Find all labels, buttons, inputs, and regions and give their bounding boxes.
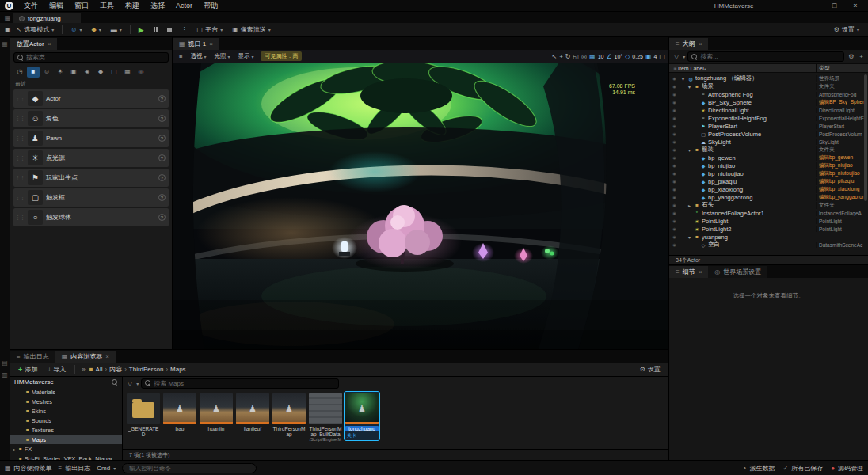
expander-icon[interactable]: ▾	[687, 84, 692, 89]
visibility-eye-icon[interactable]: ◉	[672, 84, 677, 89]
visibility-eye-icon[interactable]: ◉	[672, 116, 677, 120]
outliner-row[interactable]: ◉◆bp_niujiao编辑bp_niujiao	[669, 162, 868, 169]
outliner-item-type[interactable]: 编辑bp_pikaqiu	[816, 178, 865, 185]
expander-icon[interactable]: ▾	[687, 234, 692, 240]
place-item-actor[interactable]: ⋮⋮◆Actor?	[13, 89, 169, 108]
menu-item-窗口[interactable]: 窗口	[69, 0, 94, 12]
cmd-dropdown[interactable]: Cmd ▾	[97, 465, 116, 472]
import-button[interactable]: ↓ 导入	[44, 363, 70, 375]
maximize-viewport-icon[interactable]: ▢	[659, 53, 665, 60]
visibility-eye-icon[interactable]: ◉	[672, 76, 677, 81]
world-space-icon[interactable]: ◎	[581, 53, 587, 60]
place-item-trigger-sphere[interactable]: ⋮⋮○触发球体?	[13, 208, 169, 226]
content-drawer-button[interactable]: ▦ 内容侧滑菜单	[5, 464, 52, 473]
place-category-9[interactable]: ◎	[135, 66, 147, 78]
outliner-item-type[interactable]: 编辑bp_gewen	[816, 154, 865, 162]
outliner-row[interactable]: ◉☁SkyLightSkyLight	[669, 138, 868, 146]
menu-item-选择[interactable]: 选择	[145, 0, 170, 12]
place-category-6[interactable]: ◆	[94, 66, 107, 78]
tab-content-browser[interactable]: ▦ 内容浏览器 ×	[55, 351, 116, 363]
tab-viewport-1[interactable]: ▦ 视口 1 ×	[173, 38, 219, 50]
place-item-pawn[interactable]: ⋮⋮♟Pawn?	[13, 129, 169, 147]
asset-tile-tongzhuang[interactable]: ♟tongzhuang关卡	[345, 392, 379, 440]
camera-speed-icon[interactable]: ▣	[645, 53, 652, 60]
cb-search-box[interactable]	[141, 378, 339, 389]
grid-snap-value[interactable]: 10	[598, 54, 604, 59]
close-icon[interactable]: ×	[209, 40, 213, 48]
derived-data-button[interactable]: ◔ 派生数据	[743, 464, 775, 473]
play-options-menu[interactable]: ⋮	[177, 24, 192, 36]
tab-outliner[interactable]: ≡ 大纲 ×	[669, 38, 708, 50]
place-category-7[interactable]: ▢	[108, 66, 120, 78]
docked-log-icon[interactable]: ▤	[2, 359, 8, 367]
settings-dropdown[interactable]: ⚙ 设置 ▾	[830, 24, 863, 36]
visibility-eye-icon[interactable]: ◉	[672, 124, 677, 128]
add-asset-button[interactable]: + 添加	[14, 363, 41, 375]
rotation-snap-icon[interactable]: ∠	[606, 53, 611, 60]
outliner-item-type[interactable]: 编辑bp_xiaoxiong	[816, 186, 865, 193]
outliner-item-type[interactable]: 编辑bp_yanggaoron	[816, 194, 865, 201]
rotation-snap-value[interactable]: 10°	[615, 54, 623, 59]
outliner-scrollbar[interactable]	[864, 74, 867, 201]
scale-tool-icon[interactable]: ◱	[573, 53, 580, 60]
save-icon[interactable]: ▣	[5, 26, 11, 33]
outliner-row[interactable]: ◉▢PostProcessVolumePostProcessVolum	[669, 130, 868, 138]
menu-item-构建[interactable]: 构建	[120, 0, 145, 12]
search-icon[interactable]	[112, 379, 118, 386]
tab-output-log[interactable]: ≡ 输出日志	[10, 351, 55, 363]
favorites-expand-icon[interactable]: »	[80, 366, 86, 373]
visibility-eye-icon[interactable]: ◉	[672, 179, 677, 184]
cb-search-input[interactable]	[154, 380, 335, 387]
expander-icon[interactable]: ▸	[687, 203, 692, 208]
unreal-logo-icon[interactable]: U	[5, 2, 13, 10]
breadcrumb-Maps[interactable]: Maps	[170, 366, 186, 373]
visibility-eye-icon[interactable]: ◉	[672, 131, 677, 136]
cb-tree-item-Skins[interactable]: ■Skins	[10, 406, 122, 416]
close-icon[interactable]: ×	[699, 40, 702, 48]
close-icon[interactable]: ×	[48, 40, 51, 48]
outliner-row[interactable]: ◉☀PointLight2PointLight	[669, 225, 868, 233]
visibility-eye-icon[interactable]: ◉	[672, 242, 677, 247]
outliner-row[interactable]: ◉≈ExponentialHeightFogExponentialHeightF	[669, 114, 868, 122]
outliner-row[interactable]: ◉☀PointLightPointLight	[669, 217, 868, 225]
stop-button[interactable]	[163, 24, 176, 36]
tab-well-icon[interactable]: ▦	[2, 13, 13, 23]
visibility-eye-icon[interactable]: ◉	[672, 226, 677, 231]
tab-place-actors[interactable]: 放置Actor ×	[10, 38, 57, 50]
perspective-dropdown[interactable]: 透视▾	[187, 51, 209, 62]
outliner-row[interactable]: ◉▾■yuanpeng	[669, 233, 868, 241]
outliner-row[interactable]: ◉◆bp_niutoujiao编辑bp_niutoujiao	[669, 169, 868, 177]
camera-speed-value[interactable]: 4	[654, 54, 657, 59]
outliner-row[interactable]: ◉◆bp_xiaoxiong编辑bp_xiaoxiong	[669, 185, 868, 193]
outliner-row[interactable]: ◉⚑PlayerStartPlayerStart	[669, 122, 868, 130]
outliner-item-type[interactable]: 编辑bp_niujiao	[816, 162, 865, 169]
asset-tile-bap[interactable]: ♟bap	[162, 392, 197, 432]
expander-icon[interactable]: ▾	[680, 76, 686, 82]
outliner-settings-icon[interactable]: ⚙	[847, 53, 855, 60]
place-category-8[interactable]: ▦	[121, 66, 134, 78]
select-tool-icon[interactable]: ↖	[551, 53, 557, 60]
save-status-button[interactable]: ✓ 所有已保存	[782, 464, 823, 473]
show-dropdown[interactable]: 显示▾	[234, 51, 257, 62]
place-category-0[interactable]: ◷	[13, 66, 26, 78]
output-log-button[interactable]: ≡ 输出日志	[59, 464, 91, 473]
add-icon[interactable]: +	[858, 53, 865, 60]
outliner-row[interactable]: ◉◆bp_yanggaorong编辑bp_yanggaoron	[669, 193, 868, 201]
menu-item-Actor[interactable]: Actor	[170, 0, 198, 12]
visibility-eye-icon[interactable]: ◉	[672, 108, 677, 112]
source-control-button[interactable]: ● 源码管理	[831, 464, 863, 473]
tab-world-settings[interactable]: ◎ 世界场景设置	[708, 266, 767, 278]
visibility-quality-badge[interactable]: 可见属性：高	[261, 51, 302, 61]
expander-icon[interactable]: ▾	[687, 147, 692, 153]
asset-tile-ThirdPersonMap_BuiltData[interactable]: ThirdPersonMap_BuiltData/Script/Engine.M	[308, 392, 343, 443]
place-item-point-light[interactable]: ⋮⋮☀点光源?	[13, 149, 169, 167]
view-mode-dropdown[interactable]: 光照▾	[211, 51, 233, 62]
place-category-3[interactable]: ☀	[54, 66, 67, 78]
place-item-player-start[interactable]: ⋮⋮⚑玩家出生点?	[13, 169, 169, 187]
move-tool-icon[interactable]: +	[559, 53, 563, 60]
outliner-row[interactable]: ◉▾■服装文件夹	[669, 146, 868, 154]
asset-tile-_GENERATED[interactable]: _GENERATED	[126, 392, 161, 438]
outliner-row[interactable]: ◉☀DirectionalLightDirectionalLight	[669, 106, 868, 114]
grid-snap-icon[interactable]: ▦	[589, 53, 596, 60]
menu-item-文件[interactable]: 文件	[18, 0, 44, 12]
